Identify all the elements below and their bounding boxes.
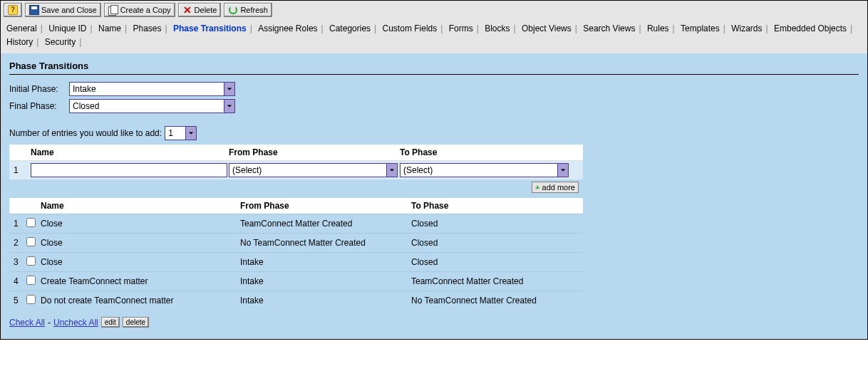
chevron-down-icon[interactable] (185, 127, 196, 140)
check-all-link[interactable]: Check All (9, 318, 45, 328)
tab-separator: | (848, 24, 854, 33)
tab-separator: | (372, 24, 378, 33)
tab-separator: | (34, 37, 41, 47)
help-button[interactable] (4, 3, 22, 17)
create-copy-label: Create a Copy (120, 6, 171, 14)
entry-from-select[interactable] (229, 163, 398, 177)
tab-name[interactable]: Name (97, 24, 123, 33)
row-from: No TeamConnect Matter Created (240, 238, 411, 248)
add-more-row: +add more (9, 179, 583, 195)
tab-general[interactable]: General (5, 24, 38, 33)
tab-unique-id[interactable]: Unique ID (47, 24, 88, 33)
chevron-down-icon[interactable] (224, 83, 234, 95)
row-to: No TeamConnect Matter Created (411, 296, 579, 306)
copy-icon (108, 5, 118, 15)
entry-name-input[interactable] (31, 163, 227, 177)
initial-phase-select[interactable] (69, 82, 235, 96)
chevron-down-icon[interactable] (224, 100, 234, 113)
list-footer: Check All - Uncheck All edit delete (9, 317, 859, 328)
tab-wizards[interactable]: Wizards (730, 24, 763, 33)
tab-rules[interactable]: Rules (646, 24, 671, 33)
tab-categories[interactable]: Categories (328, 24, 372, 33)
row-index: 3 (14, 257, 26, 267)
delete-selected-button[interactable]: delete (123, 317, 149, 328)
row-checkbox[interactable] (26, 237, 36, 246)
initial-phase-label: Initial Phase: (9, 84, 66, 94)
create-copy-button[interactable]: Create a Copy (104, 3, 175, 17)
save-close-button[interactable]: Save and Close (25, 3, 101, 17)
row-checkbox[interactable] (26, 276, 36, 285)
tab-separator: | (163, 24, 170, 33)
tab-assignee-roles[interactable]: Assignee Roles (257, 24, 319, 33)
row-index: 4 (14, 276, 26, 286)
tab-security[interactable]: Security (43, 37, 77, 47)
tab-search-views[interactable]: Search Views (582, 24, 636, 33)
list-col-to: To Phase (411, 201, 579, 211)
row-index: 2 (14, 238, 26, 248)
row-from: Intake (240, 276, 411, 286)
save-close-label: Save and Close (41, 6, 97, 14)
panel-title: Phase Transitions (9, 61, 859, 71)
tab-phase-transitions[interactable]: Phase Transitions (172, 24, 248, 33)
final-phase-value[interactable] (70, 100, 224, 113)
entry-to-select[interactable] (400, 163, 569, 177)
list-row: 1CloseTeamConnect Matter CreatedClosed (9, 214, 583, 233)
tab-separator: | (248, 24, 254, 33)
tab-custom-fields[interactable]: Custom Fields (381, 24, 439, 33)
x-icon: ✕ (182, 5, 192, 15)
entry-to-value[interactable] (401, 164, 557, 177)
row-from: Intake (240, 257, 411, 267)
list-row: 4Create TeamConnect matterIntakeTeamConn… (9, 271, 583, 291)
add-entries-select[interactable] (165, 126, 197, 140)
list-col-name: Name (41, 201, 240, 211)
refresh-button[interactable]: Refresh (224, 3, 272, 17)
col-name: Name (31, 147, 229, 157)
row-index: 5 (14, 296, 26, 306)
add-entries-row: Number of entries you would like to add: (9, 126, 859, 140)
tab-separator: | (721, 24, 728, 33)
tab-separator: | (475, 24, 481, 33)
delete-button[interactable]: ✕Delete (178, 3, 222, 17)
tab-separator: | (512, 24, 518, 33)
row-checkbox[interactable] (26, 295, 36, 304)
tab-separator: | (319, 24, 326, 33)
row-checkbox[interactable] (26, 218, 36, 227)
add-more-label: add more (542, 183, 575, 192)
tab-separator: | (88, 24, 95, 33)
row-checkbox[interactable] (26, 256, 36, 266)
tab-separator: | (123, 24, 129, 33)
tab-forms[interactable]: Forms (448, 24, 475, 33)
add-entries-value[interactable] (165, 127, 185, 140)
entry-grid: Name From Phase To Phase 1 (9, 145, 583, 195)
entry-from-value[interactable] (229, 164, 386, 177)
add-more-button[interactable]: +add more (532, 182, 579, 193)
tab-templates[interactable]: Templates (679, 24, 721, 33)
tab-separator: | (636, 24, 643, 33)
tab-separator: | (671, 24, 677, 33)
tab-embedded-objects[interactable]: Embedded Objects (773, 24, 848, 33)
final-phase-select[interactable] (69, 99, 235, 113)
tab-phases[interactable]: Phases (132, 24, 163, 33)
row-name: Do not create TeamConnect matter (41, 296, 240, 306)
final-phase-row: Final Phase: (9, 99, 859, 113)
tab-separator: | (77, 37, 83, 47)
chevron-down-icon[interactable] (386, 164, 397, 177)
disk-icon (29, 5, 39, 15)
final-phase-label: Final Phase: (9, 101, 66, 111)
edit-button[interactable]: edit (101, 317, 120, 328)
uncheck-all-link[interactable]: Uncheck All (53, 318, 98, 328)
tab-object-views[interactable]: Object Views (520, 24, 573, 33)
tab-strip: General| Unique ID| Name| Phases| Phase … (1, 19, 867, 53)
row-to: Closed (411, 238, 579, 248)
initial-phase-value[interactable] (70, 83, 224, 95)
tab-blocks[interactable]: Blocks (483, 24, 511, 33)
row-name: Close (41, 219, 240, 229)
plus-icon: + (535, 183, 539, 192)
row-to: Closed (411, 257, 579, 267)
help-icon (8, 5, 18, 15)
chevron-down-icon[interactable] (557, 164, 568, 177)
tab-separator: | (438, 24, 445, 33)
refresh-icon (228, 5, 238, 15)
entry-grid-header: Name From Phase To Phase (9, 145, 583, 161)
tab-history[interactable]: History (5, 37, 34, 47)
